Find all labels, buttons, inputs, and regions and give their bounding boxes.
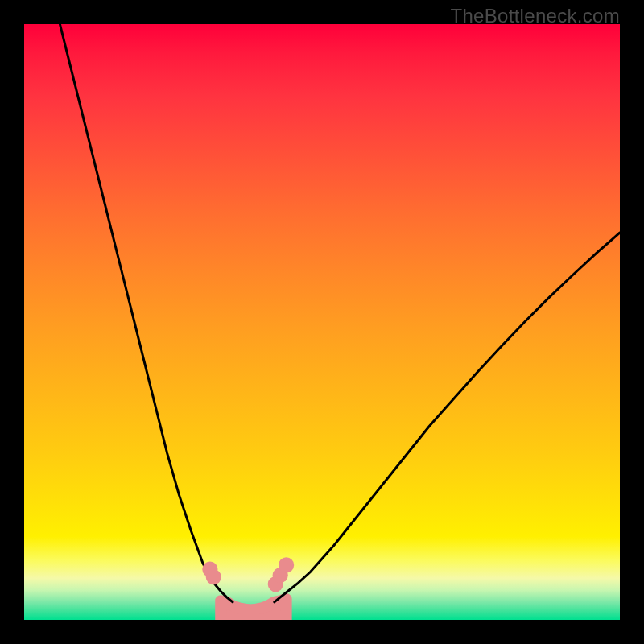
watermark-text: TheBottleneck.com (450, 5, 620, 27)
plot-area (24, 24, 620, 620)
gradient-background (24, 24, 620, 620)
chart-frame: TheBottleneck.com (0, 0, 644, 644)
